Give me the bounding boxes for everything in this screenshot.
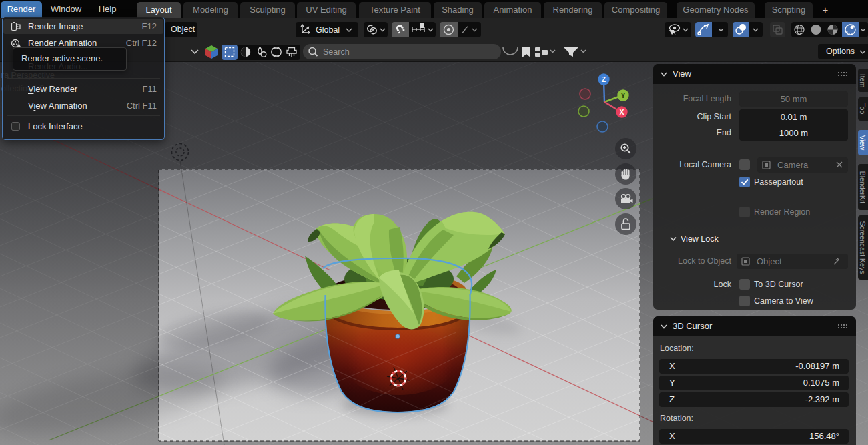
svg-text:X: X xyxy=(619,108,624,116)
svg-text:Global: Global xyxy=(316,25,340,35)
svg-text:Z: Z xyxy=(602,75,606,83)
svg-text:Y: Y xyxy=(620,91,625,99)
svg-text:Search: Search xyxy=(323,47,350,57)
